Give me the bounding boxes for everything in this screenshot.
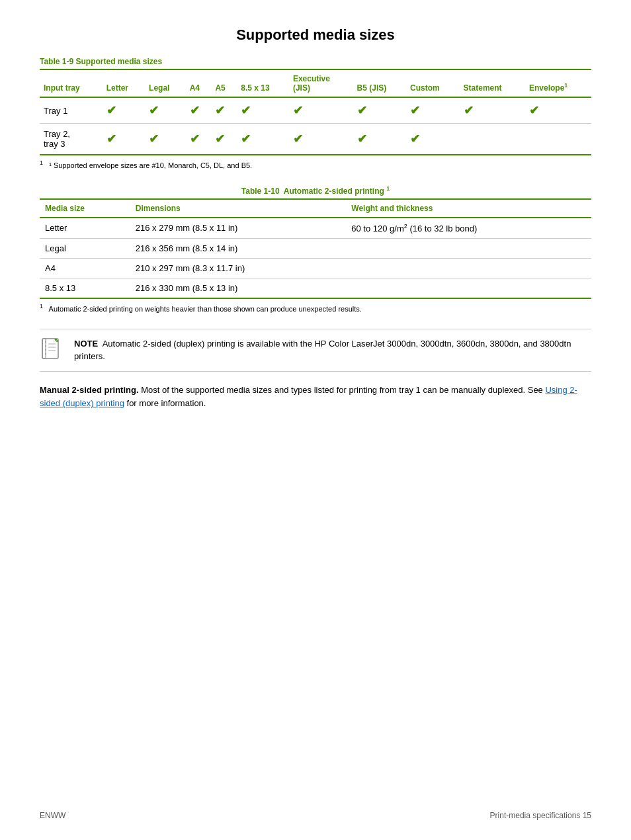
col-input-tray: Input tray [40, 69, 103, 97]
table-row: Tray 2,tray 3 ✔ ✔ ✔ ✔ ✔ ✔ ✔ ✔ [40, 124, 591, 155]
manual-duplex-paragraph: Manual 2-sided printing. Most of the sup… [40, 384, 591, 411]
tray-name: Tray 1 [40, 97, 103, 124]
dimensions: 210 x 297 mm (8.3 x 11.7 in) [130, 258, 347, 278]
col-envelope: Envelope1 [525, 69, 591, 97]
check-b5jis: ✔ [353, 124, 407, 155]
col-weight: Weight and thickness [346, 199, 591, 218]
dimensions: 216 x 356 mm (8.5 x 14 in) [130, 238, 347, 258]
check-envelope [525, 124, 591, 155]
media-name: Legal [40, 238, 130, 258]
tray-name: Tray 2,tray 3 [40, 124, 103, 155]
check-legal: ✔ [145, 124, 186, 155]
col-dimensions: Dimensions [130, 199, 347, 218]
col-letter: Letter [103, 69, 145, 97]
note-box: ✎ NOTE Automatic 2-sided (duplex) printi… [40, 329, 591, 372]
note-icon: ✎ [40, 337, 66, 363]
page-title: Supported media sizes [40, 26, 591, 44]
col-media-size: Media size [40, 199, 130, 218]
col-b5jis: B5 (JIS) [353, 69, 407, 97]
footer-left: ENWW [40, 811, 65, 820]
media-name: A4 [40, 258, 130, 278]
check-executive: ✔ [289, 124, 353, 155]
svg-text:✎: ✎ [54, 338, 59, 344]
col-statement: Statement [460, 69, 525, 97]
check-statement: ✔ [460, 97, 525, 124]
check-a4: ✔ [186, 124, 212, 155]
check-legal: ✔ [145, 97, 186, 124]
dimensions: 216 x 279 mm (8.5 x 11 in) [130, 218, 347, 239]
check-letter: ✔ [103, 97, 145, 124]
col-a5: A5 [211, 69, 237, 97]
check-8513: ✔ [237, 97, 289, 124]
note-content: NOTE Automatic 2-sided (duplex) printing… [74, 337, 591, 363]
page-footer: ENWW Print-media specifications 15 [40, 811, 591, 820]
weight [346, 238, 591, 258]
check-letter: ✔ [103, 124, 145, 155]
check-custom: ✔ [406, 97, 459, 124]
col-a4: A4 [186, 69, 212, 97]
weight: 60 to 120 g/m2 (16 to 32 lb bond) [346, 218, 591, 239]
col-8513: 8.5 x 13 [237, 69, 289, 97]
check-8513: ✔ [237, 124, 289, 155]
dimensions: 216 x 330 mm (8.5 x 13 in) [130, 278, 347, 298]
weight [346, 258, 591, 278]
col-executive: Executive(JIS) [289, 69, 353, 97]
media-name: Letter [40, 218, 130, 239]
check-a5: ✔ [211, 97, 237, 124]
table-row: Tray 1 ✔ ✔ ✔ ✔ ✔ ✔ ✔ ✔ ✔ ✔ [40, 97, 591, 124]
check-a5: ✔ [211, 124, 237, 155]
check-executive: ✔ [289, 97, 353, 124]
table110-footnote: 1 Automatic 2-sided printing on weights … [40, 303, 591, 313]
note-svg-icon: ✎ [40, 337, 63, 361]
table110-caption: Table 1-10 Automatic 2-sided printing 1 [40, 185, 591, 196]
table110: Media size Dimensions Weight and thickne… [40, 198, 591, 299]
col-legal: Legal [145, 69, 186, 97]
footer-right: Print-media specifications 15 [490, 811, 591, 820]
table-row: Legal 216 x 356 mm (8.5 x 14 in) [40, 238, 591, 258]
table19-footnote: 1 ¹ Supported envelope sizes are #10, Mo… [40, 159, 591, 169]
table-row: 8.5 x 13 216 x 330 mm (8.5 x 13 in) [40, 278, 591, 298]
check-statement [460, 124, 525, 155]
note-body: Automatic 2-sided (duplex) printing is a… [74, 339, 571, 362]
col-custom: Custom [406, 69, 459, 97]
table19-caption: Table 1-9 Supported media sizes [40, 57, 591, 66]
media-name: 8.5 x 13 [40, 278, 130, 298]
table19: Input tray Letter Legal A4 A5 8.5 x 13 E… [40, 69, 591, 155]
weight [346, 278, 591, 298]
check-envelope: ✔ [525, 97, 591, 124]
check-b5jis: ✔ [353, 97, 407, 124]
manual-duplex-text2: for more information. [124, 398, 206, 408]
table-row: Letter 216 x 279 mm (8.5 x 11 in) 60 to … [40, 218, 591, 239]
check-a4: ✔ [186, 97, 212, 124]
table-row: A4 210 x 297 mm (8.3 x 11.7 in) [40, 258, 591, 278]
check-custom: ✔ [406, 124, 459, 155]
manual-duplex-bold: Manual 2-sided printing. [40, 385, 139, 395]
manual-duplex-text1: Most of the supported media sizes and ty… [139, 385, 546, 395]
note-label: NOTE [74, 339, 98, 349]
